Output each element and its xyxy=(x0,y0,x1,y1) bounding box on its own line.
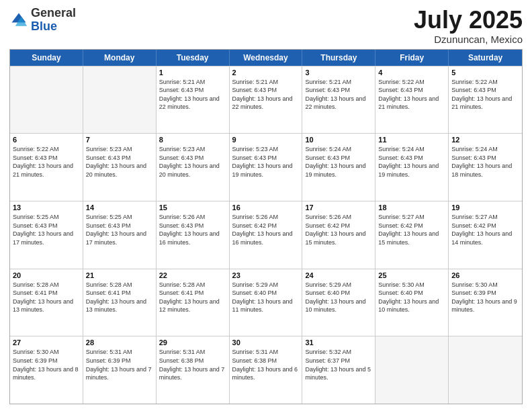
day-number: 19 xyxy=(451,203,519,212)
day-number: 24 xyxy=(305,271,372,279)
calendar-cell: 26Sunrise: 5:30 AMSunset: 6:39 PMDayligh… xyxy=(449,269,522,336)
day-info: Sunrise: 5:30 AMSunset: 6:40 PMDaylight:… xyxy=(378,281,445,314)
weekday-header: Tuesday xyxy=(157,50,230,66)
day-number: 29 xyxy=(159,338,226,347)
calendar-cell: 4Sunrise: 5:22 AMSunset: 6:43 PMDaylight… xyxy=(375,66,449,134)
calendar-cell: 21Sunrise: 5:28 AMSunset: 6:41 PMDayligh… xyxy=(83,269,157,336)
day-info: Sunrise: 5:31 AMSunset: 6:39 PMDaylight:… xyxy=(86,348,153,381)
day-info: Sunrise: 5:22 AMSunset: 6:43 PMDaylight:… xyxy=(451,78,519,111)
calendar-cell xyxy=(10,66,83,134)
day-number: 8 xyxy=(159,136,226,144)
title-block: July 2025 Dzununcan, Mexico xyxy=(414,7,523,45)
month-title: July 2025 xyxy=(414,7,523,34)
calendar-cell: 5Sunrise: 5:22 AMSunset: 6:43 PMDaylight… xyxy=(449,66,522,134)
day-number: 27 xyxy=(13,338,80,347)
day-info: Sunrise: 5:24 AMSunset: 6:43 PMDaylight:… xyxy=(378,145,445,179)
day-number: 14 xyxy=(86,203,153,212)
calendar-cell: 9Sunrise: 5:23 AMSunset: 6:43 PMDaylight… xyxy=(230,134,303,201)
day-info: Sunrise: 5:31 AMSunset: 6:38 PMDaylight:… xyxy=(232,348,300,381)
day-info: Sunrise: 5:23 AMSunset: 6:43 PMDaylight:… xyxy=(232,145,300,179)
calendar-cell xyxy=(83,66,157,134)
calendar-cell: 17Sunrise: 5:26 AMSunset: 6:42 PMDayligh… xyxy=(302,201,375,269)
calendar-body: 1Sunrise: 5:21 AMSunset: 6:43 PMDaylight… xyxy=(10,66,522,404)
day-info: Sunrise: 5:27 AMSunset: 6:42 PMDaylight:… xyxy=(378,213,445,246)
logo: General Blue xyxy=(9,7,76,34)
header: General Blue July 2025 Dzununcan, Mexico xyxy=(9,7,523,45)
day-info: Sunrise: 5:26 AMSunset: 6:43 PMDaylight:… xyxy=(159,213,226,246)
logo-blue: Blue xyxy=(31,19,57,33)
day-info: Sunrise: 5:29 AMSunset: 6:40 PMDaylight:… xyxy=(305,281,372,314)
day-info: Sunrise: 5:24 AMSunset: 6:43 PMDaylight:… xyxy=(305,145,372,179)
day-number: 9 xyxy=(232,136,300,144)
calendar-cell: 25Sunrise: 5:30 AMSunset: 6:40 PMDayligh… xyxy=(375,269,449,336)
calendar-cell: 2Sunrise: 5:21 AMSunset: 6:43 PMDaylight… xyxy=(230,66,303,134)
calendar-cell: 22Sunrise: 5:28 AMSunset: 6:41 PMDayligh… xyxy=(157,269,230,336)
calendar-cell: 23Sunrise: 5:29 AMSunset: 6:40 PMDayligh… xyxy=(230,269,303,336)
day-info: Sunrise: 5:21 AMSunset: 6:43 PMDaylight:… xyxy=(232,78,300,111)
calendar-cell: 28Sunrise: 5:31 AMSunset: 6:39 PMDayligh… xyxy=(83,336,157,404)
calendar-cell: 14Sunrise: 5:25 AMSunset: 6:43 PMDayligh… xyxy=(83,201,157,269)
day-number: 6 xyxy=(13,136,80,144)
calendar-cell: 7Sunrise: 5:23 AMSunset: 6:43 PMDaylight… xyxy=(83,134,157,201)
day-info: Sunrise: 5:22 AMSunset: 6:43 PMDaylight:… xyxy=(13,145,80,179)
location: Dzununcan, Mexico xyxy=(414,34,523,45)
day-number: 20 xyxy=(13,271,80,279)
calendar-cell: 6Sunrise: 5:22 AMSunset: 6:43 PMDaylight… xyxy=(10,134,83,201)
day-number: 5 xyxy=(451,68,519,77)
day-info: Sunrise: 5:32 AMSunset: 6:37 PMDaylight:… xyxy=(305,348,372,381)
calendar-cell: 18Sunrise: 5:27 AMSunset: 6:42 PMDayligh… xyxy=(375,201,449,269)
day-number: 2 xyxy=(232,68,300,77)
calendar: SundayMondayTuesdayWednesdayThursdayFrid… xyxy=(9,49,523,404)
logo-text: General Blue xyxy=(31,7,76,34)
calendar-cell: 13Sunrise: 5:25 AMSunset: 6:43 PMDayligh… xyxy=(10,201,83,269)
day-info: Sunrise: 5:28 AMSunset: 6:41 PMDaylight:… xyxy=(159,281,226,314)
day-info: Sunrise: 5:26 AMSunset: 6:42 PMDaylight:… xyxy=(305,213,372,246)
calendar-row: 27Sunrise: 5:30 AMSunset: 6:39 PMDayligh… xyxy=(10,336,522,404)
day-number: 30 xyxy=(232,338,300,347)
calendar-cell: 31Sunrise: 5:32 AMSunset: 6:37 PMDayligh… xyxy=(302,336,375,404)
day-info: Sunrise: 5:21 AMSunset: 6:43 PMDaylight:… xyxy=(305,78,372,111)
calendar-cell: 30Sunrise: 5:31 AMSunset: 6:38 PMDayligh… xyxy=(230,336,303,404)
day-number: 3 xyxy=(305,68,372,77)
calendar-cell: 8Sunrise: 5:23 AMSunset: 6:43 PMDaylight… xyxy=(157,134,230,201)
weekday-header: Wednesday xyxy=(230,50,303,66)
day-info: Sunrise: 5:31 AMSunset: 6:38 PMDaylight:… xyxy=(159,348,226,381)
calendar-cell: 20Sunrise: 5:28 AMSunset: 6:41 PMDayligh… xyxy=(10,269,83,336)
calendar-header: SundayMondayTuesdayWednesdayThursdayFrid… xyxy=(10,50,522,66)
day-info: Sunrise: 5:27 AMSunset: 6:42 PMDaylight:… xyxy=(451,213,519,246)
calendar-row: 13Sunrise: 5:25 AMSunset: 6:43 PMDayligh… xyxy=(10,201,522,269)
day-info: Sunrise: 5:21 AMSunset: 6:43 PMDaylight:… xyxy=(159,78,226,111)
calendar-cell: 19Sunrise: 5:27 AMSunset: 6:42 PMDayligh… xyxy=(449,201,522,269)
calendar-cell: 10Sunrise: 5:24 AMSunset: 6:43 PMDayligh… xyxy=(302,134,375,201)
day-number: 26 xyxy=(451,271,519,279)
calendar-cell: 15Sunrise: 5:26 AMSunset: 6:43 PMDayligh… xyxy=(157,201,230,269)
day-info: Sunrise: 5:30 AMSunset: 6:39 PMDaylight:… xyxy=(451,281,519,314)
calendar-cell: 12Sunrise: 5:24 AMSunset: 6:43 PMDayligh… xyxy=(449,134,522,201)
calendar-row: 6Sunrise: 5:22 AMSunset: 6:43 PMDaylight… xyxy=(10,133,522,201)
page: General Blue July 2025 Dzununcan, Mexico… xyxy=(0,0,532,411)
logo-general: General xyxy=(31,6,76,19)
day-number: 10 xyxy=(305,136,372,144)
day-info: Sunrise: 5:23 AMSunset: 6:43 PMDaylight:… xyxy=(159,145,226,179)
day-number: 17 xyxy=(305,203,372,212)
day-number: 16 xyxy=(232,203,300,212)
day-number: 22 xyxy=(159,271,226,279)
day-info: Sunrise: 5:24 AMSunset: 6:43 PMDaylight:… xyxy=(451,145,519,179)
day-number: 28 xyxy=(86,338,153,347)
calendar-row: 1Sunrise: 5:21 AMSunset: 6:43 PMDaylight… xyxy=(10,66,522,134)
calendar-cell xyxy=(375,336,449,404)
day-number: 1 xyxy=(159,68,226,77)
logo-icon xyxy=(9,11,28,30)
weekday-header: Friday xyxy=(375,50,449,66)
day-info: Sunrise: 5:28 AMSunset: 6:41 PMDaylight:… xyxy=(86,281,153,314)
calendar-cell: 3Sunrise: 5:21 AMSunset: 6:43 PMDaylight… xyxy=(302,66,375,134)
calendar-cell: 11Sunrise: 5:24 AMSunset: 6:43 PMDayligh… xyxy=(375,134,449,201)
weekday-header: Sunday xyxy=(10,50,83,66)
day-number: 23 xyxy=(232,271,300,279)
day-info: Sunrise: 5:25 AMSunset: 6:43 PMDaylight:… xyxy=(86,213,153,246)
weekday-header: Monday xyxy=(83,50,157,66)
day-info: Sunrise: 5:28 AMSunset: 6:41 PMDaylight:… xyxy=(13,281,80,314)
calendar-cell: 16Sunrise: 5:26 AMSunset: 6:42 PMDayligh… xyxy=(230,201,303,269)
day-number: 4 xyxy=(378,68,445,77)
day-info: Sunrise: 5:30 AMSunset: 6:39 PMDaylight:… xyxy=(13,348,80,381)
